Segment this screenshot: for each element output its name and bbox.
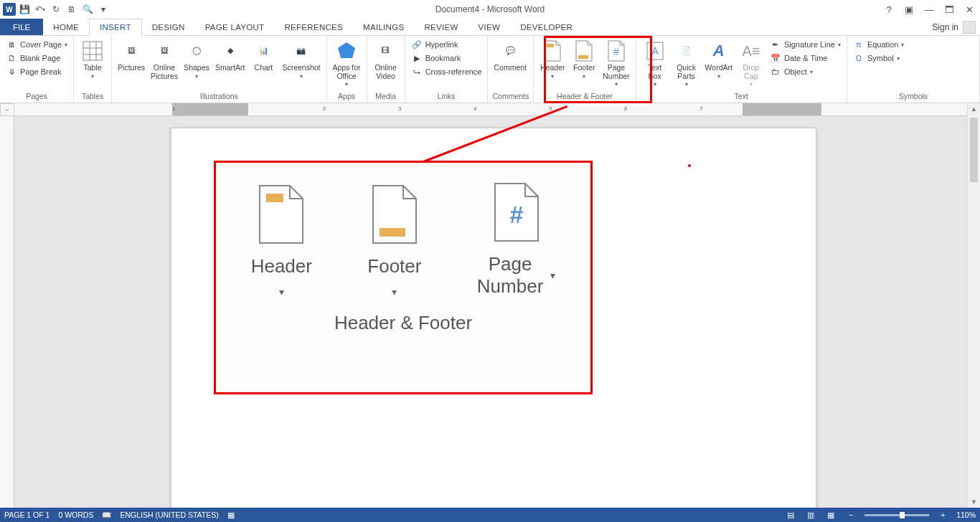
object-button[interactable]: 🗀Object▾: [768, 65, 842, 78]
screenshot-button[interactable]: 📷Screenshot▾: [281, 38, 321, 81]
scroll-thumb[interactable]: [970, 118, 978, 182]
dropcap-button[interactable]: A≡Drop Cap▾: [737, 38, 765, 90]
help-icon[interactable]: ?: [881, 2, 897, 16]
textbox-button[interactable]: AText Box▾: [641, 38, 669, 90]
shapes-button[interactable]: ◯Shapes▾: [182, 38, 211, 81]
group-pages: 🗎Cover Page▾ 🗋Blank Page ⤋Page Break Pag…: [0, 36, 74, 103]
datetime-icon: 📅: [770, 52, 781, 64]
save-icon[interactable]: 💾: [17, 2, 32, 16]
apps-button[interactable]: Apps for Office▾: [331, 38, 362, 90]
pictures-button[interactable]: 🖼Pictures: [116, 38, 146, 74]
shapes-icon: ◯: [185, 39, 208, 62]
undo-icon[interactable]: ↶▾: [33, 2, 47, 16]
footer-button[interactable]: Footer▾: [570, 38, 598, 81]
group-text: AText Box▾ 📄Quick Parts▾ AWordArt▾ A≡Dro…: [636, 36, 847, 103]
symbol-button[interactable]: ΩSymbol▾: [852, 52, 905, 65]
status-language[interactable]: ENGLISH (UNITED STATES): [120, 511, 218, 519]
zoom-in-icon[interactable]: +: [936, 509, 949, 521]
signature-line-button[interactable]: ✒Signature Line▾: [768, 38, 842, 51]
datetime-button[interactable]: 📅Date & Time: [768, 52, 842, 65]
table-button[interactable]: Table▾: [78, 38, 107, 81]
zoom-slider[interactable]: [864, 514, 929, 516]
textbox-icon: A: [644, 39, 666, 62]
pictures-icon: 🖼: [120, 39, 143, 62]
blank-page-button[interactable]: 🗋Blank Page: [4, 52, 69, 65]
callout-header-button: Header ▾: [251, 182, 312, 298]
view-web-icon[interactable]: ▦: [824, 509, 837, 521]
file-tab[interactable]: FILE: [0, 19, 43, 35]
ruler-num: 6: [624, 105, 627, 112]
tab-review[interactable]: REVIEW: [414, 19, 468, 35]
ribbon-display-icon[interactable]: ▣: [901, 2, 917, 16]
status-words[interactable]: 0 WORDS: [58, 511, 93, 519]
tab-page-layout[interactable]: PAGE LAYOUT: [195, 19, 275, 35]
online-video-button[interactable]: 🎞Online Video: [372, 38, 400, 82]
svg-text:A: A: [651, 45, 659, 57]
wordart-icon: A: [707, 39, 730, 62]
svg-text:#: #: [509, 201, 523, 228]
new-doc-icon[interactable]: 🗎: [65, 2, 79, 16]
vertical-scrollbar[interactable]: ▲ ▼: [967, 103, 980, 508]
view-read-icon[interactable]: ▤: [784, 509, 797, 521]
minimize-icon[interactable]: —: [921, 2, 937, 16]
hyperlink-button[interactable]: 🔗Hyperlink: [410, 38, 484, 51]
tab-mailings[interactable]: MAILINGS: [353, 19, 414, 35]
bookmark-button[interactable]: ▶Bookmark: [410, 52, 484, 65]
header-button[interactable]: Header▾: [538, 38, 567, 81]
dropcap-icon: A≡: [740, 39, 763, 62]
group-comments: 💬Comment Comments: [488, 36, 534, 103]
zoom-slider-thumb[interactable]: [900, 512, 905, 518]
group-hf-label: Header & Footer: [538, 91, 631, 101]
page-number-icon: #: [605, 39, 628, 62]
tab-view[interactable]: VIEW: [468, 19, 511, 35]
tab-references[interactable]: REFERENCES: [274, 19, 353, 35]
equation-icon: π: [853, 39, 864, 50]
ruler-num: 3: [398, 105, 401, 112]
print-preview-icon[interactable]: 🔍: [80, 2, 95, 16]
vertical-ruler[interactable]: [0, 116, 14, 508]
qat-customize-icon[interactable]: ▾: [96, 2, 110, 16]
comment-button[interactable]: 💬Comment: [492, 38, 528, 74]
smartart-button[interactable]: ◆SmartArt: [214, 38, 246, 74]
ruler-corner[interactable]: ⌐: [0, 103, 14, 116]
zoom-out-icon[interactable]: −: [844, 509, 857, 521]
horizontal-ruler[interactable]: 1 2 3 4 5 6 7: [14, 103, 967, 116]
tab-design[interactable]: DESIGN: [142, 19, 195, 35]
page-number-button[interactable]: #Page Number▾: [601, 38, 631, 90]
shapes-label: Shapes: [184, 64, 209, 72]
wordart-button[interactable]: AWordArt▾: [704, 38, 734, 81]
tab-home[interactable]: HOME: [43, 19, 89, 35]
status-page-label: PAGE 1 OF 1: [4, 511, 50, 519]
restore-icon[interactable]: 🗖: [941, 2, 957, 16]
title-bar: W 💾 ↶▾ ↻ 🗎 🔍 ▾ Document4 - Microsoft Wor…: [0, 0, 980, 19]
scroll-up-icon[interactable]: ▲: [968, 103, 980, 115]
chart-button[interactable]: 📊Chart: [249, 38, 278, 74]
symbol-icon: Ω: [853, 52, 864, 64]
redo-icon[interactable]: ↻: [49, 2, 63, 16]
crossref-button[interactable]: ⮑Cross-reference: [410, 65, 484, 78]
page-break-button[interactable]: ⤋Page Break: [4, 65, 69, 78]
close-icon[interactable]: ✕: [961, 2, 977, 16]
header-icon: [541, 39, 564, 62]
equation-button[interactable]: πEquation▾: [852, 38, 905, 51]
status-page[interactable]: PAGE 1 OF 1: [4, 511, 50, 519]
svg-rect-0: [83, 42, 102, 60]
chevron-down-icon: ▾: [279, 286, 284, 298]
online-pictures-button[interactable]: 🖼Online Pictures: [149, 38, 179, 82]
signin-area[interactable]: Sign in: [932, 19, 976, 36]
screenshot-label: Screenshot: [282, 64, 320, 72]
view-print-icon[interactable]: ▥: [804, 509, 817, 521]
pictures-label: Pictures: [118, 64, 145, 72]
ruler-num: 1: [172, 105, 175, 112]
status-macro[interactable]: ▦: [227, 511, 235, 519]
status-proof[interactable]: 📖: [102, 511, 111, 520]
footer-icon: [573, 39, 595, 62]
scroll-down-icon[interactable]: ▼: [968, 496, 980, 508]
tab-developer[interactable]: DEVELOPER: [510, 19, 583, 35]
comment-label: Comment: [494, 64, 527, 72]
quickparts-button[interactable]: 📄Quick Parts▾: [672, 38, 701, 90]
zoom-level[interactable]: 110%: [956, 511, 976, 519]
cover-page-button[interactable]: 🗎Cover Page▾: [4, 38, 69, 51]
tab-insert[interactable]: INSERT: [89, 19, 142, 36]
group-tables-label: Tables: [78, 91, 107, 101]
